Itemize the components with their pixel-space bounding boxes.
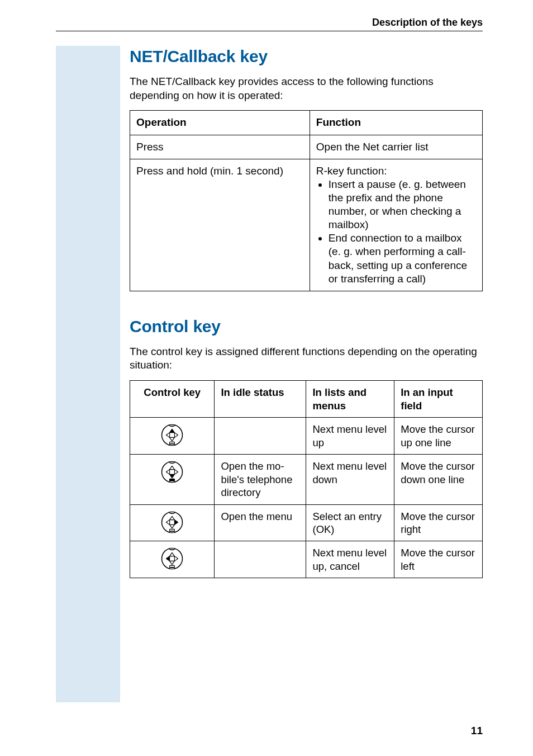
- section-title-control-key: Control key: [130, 317, 483, 336]
- cell-lists: Next menu level up: [306, 418, 394, 455]
- function-list-item: Insert a pause (e. g. between the prefix…: [329, 178, 476, 232]
- cell-control-key-icon: [130, 541, 215, 578]
- page-number: 11: [471, 725, 483, 737]
- cell-lists: Select an entry (OK): [306, 504, 394, 541]
- control-key-icon: [156, 510, 188, 535]
- table-row: Open the mo-bile's telephone directoryNe…: [130, 455, 483, 504]
- table-row: Press Open the Net carrier list: [130, 135, 483, 159]
- cell-input: Move the cursor right: [394, 504, 483, 541]
- table-row: Next menu level up, cancelMove the curso…: [130, 541, 483, 578]
- th-lists: In lists and menus: [306, 381, 394, 418]
- section-intro-net-callback: The NET/Callback key provides access to …: [130, 75, 483, 102]
- table-row: Press and hold (min. 1 second) R-key fun…: [130, 159, 483, 291]
- control-key-icon: [156, 546, 188, 571]
- cell-idle: [215, 418, 306, 455]
- th-control-key: Control key: [130, 381, 215, 418]
- function-list-item: End connection to a mailbox (e. g. when …: [329, 231, 476, 286]
- table-row: Next menu level upMove the cursor up one…: [130, 418, 483, 455]
- svg-rect-5: [170, 529, 175, 531]
- cell-idle: Open the menu: [215, 504, 306, 541]
- cell-control-key-icon: [130, 418, 215, 455]
- side-accent-bar: [56, 46, 120, 702]
- cell-input: Move the cursor left: [394, 541, 483, 578]
- cell-control-key-icon: [130, 504, 215, 541]
- svg-rect-7: [170, 566, 175, 568]
- cell-lists: Next menu level up, cancel: [306, 541, 394, 578]
- th-idle: In idle status: [215, 381, 306, 418]
- th-operation: Operation: [130, 111, 310, 135]
- svg-point-0: [162, 425, 183, 446]
- control-key-icon: [156, 460, 188, 484]
- section-intro-control-key: The control key is assigned different fu…: [130, 345, 483, 372]
- svg-rect-3: [170, 479, 175, 481]
- function-list: Insert a pause (e. g. between the prefix…: [316, 178, 476, 286]
- svg-point-6: [162, 549, 183, 569]
- cell-idle: [215, 541, 306, 578]
- net-callback-table: Operation Function Press Open the Net ca…: [130, 110, 483, 291]
- svg-point-4: [162, 512, 183, 532]
- th-function: Function: [310, 111, 482, 135]
- section-title-net-callback: NET/Callback key: [130, 47, 483, 66]
- cell-function: R-key function: Insert a pause (e. g. be…: [310, 159, 482, 291]
- table-row: Open the menuSelect an entry (OK)Move th…: [130, 504, 483, 541]
- running-header: Description of the keys: [56, 17, 483, 31]
- th-input: In an input field: [394, 381, 483, 418]
- cell-input: Move the cursor down one line: [394, 455, 483, 504]
- function-lead: R-key function:: [316, 164, 476, 178]
- cell-lists: Next menu level down: [306, 455, 394, 504]
- cell-idle: Open the mo-bile's telephone directory: [215, 455, 306, 504]
- cell-operation: Press and hold (min. 1 second): [130, 159, 310, 291]
- cell-operation: Press: [130, 135, 310, 159]
- cell-input: Move the cursor up one line: [394, 418, 483, 455]
- svg-rect-1: [170, 442, 175, 444]
- cell-control-key-icon: [130, 455, 215, 504]
- cell-function: Open the Net carrier list: [310, 135, 482, 159]
- control-key-table: Control key In idle status In lists and …: [130, 380, 483, 578]
- control-key-icon: [156, 423, 188, 447]
